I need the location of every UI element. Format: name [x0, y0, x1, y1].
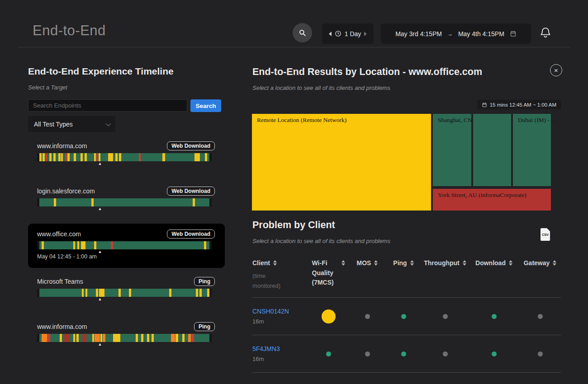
date-end: May 4th 4:15PM: [458, 30, 504, 37]
sort-down-icon: [553, 263, 556, 266]
test-type-badge: Ping: [194, 277, 215, 286]
bar-segment: [199, 289, 202, 297]
chevron-down-icon: [106, 121, 111, 126]
bar-segment: [53, 153, 56, 161]
timeline-bar-wrap: ▲: [37, 198, 212, 206]
sort-icon[interactable]: [553, 260, 556, 266]
client-link[interactable]: 5F4JMN3: [252, 345, 308, 352]
sort-icon[interactable]: [410, 260, 414, 266]
timeline-bar[interactable]: [37, 198, 212, 206]
table-row[interactable]: CNSH0142N16m: [252, 298, 561, 335]
timeline-bar[interactable]: [37, 334, 212, 342]
target-item[interactable]: Microsoft TeamsPing▲: [28, 271, 225, 316]
calendar-icon: [482, 102, 487, 108]
status-cell: [469, 314, 519, 319]
bar-segment: [139, 153, 141, 161]
treemap-cell[interactable]: Remote Location (Remote Network): [252, 114, 431, 211]
column-header-top[interactable]: Ping: [393, 258, 413, 268]
column-header-top[interactable]: Download: [475, 258, 512, 268]
timeline-bar-wrap: ▲: [37, 153, 212, 161]
search-submit-button[interactable]: Search: [190, 99, 221, 112]
table-row[interactable]: 5F4JMN316m: [252, 335, 561, 373]
bar-segment: [193, 198, 195, 206]
treemap-cell[interactable]: [473, 114, 511, 186]
test-type-badge: Web Download: [167, 187, 215, 196]
target-item[interactable]: www.informa.comPing▲: [28, 316, 225, 361]
sort-up-icon: [553, 260, 556, 262]
column-header-top[interactable]: Wi-Fi Quality (7MCS): [312, 258, 345, 288]
sort-icon[interactable]: [463, 260, 466, 266]
column-header-top[interactable]: Gateway: [524, 258, 557, 268]
sort-icon[interactable]: [509, 260, 512, 266]
bar-segment: [74, 153, 76, 161]
treemap-cell-label: [473, 114, 511, 119]
column-header-top[interactable]: Client: [252, 258, 277, 268]
close-button[interactable]: ×: [550, 64, 562, 76]
timeline-bar-wrap: ▲: [37, 289, 212, 297]
client-cell: 5F4JMN316m: [252, 345, 308, 362]
status-cell: [519, 314, 561, 319]
column-header[interactable]: Gateway: [519, 257, 561, 297]
search-endpoints-input[interactable]: [28, 99, 187, 112]
bar-endcap: [209, 198, 212, 206]
test-type-dropdown[interactable]: All Test Types: [28, 116, 115, 132]
column-header[interactable]: MOS: [349, 257, 385, 297]
column-header[interactable]: Throughput: [422, 257, 469, 297]
column-header[interactable]: Download: [469, 257, 519, 297]
next-period-icon[interactable]: [364, 32, 367, 36]
column-header[interactable]: Client(time monitored): [252, 257, 308, 297]
bar-endcap: [209, 334, 212, 342]
column-header[interactable]: Ping: [385, 257, 422, 297]
status-cell: [469, 351, 519, 356]
target-item[interactable]: login.salesforce.comWeb Download▲: [28, 181, 225, 226]
sort-down-icon: [509, 263, 512, 266]
bar-segment: [85, 289, 88, 297]
treemap-cell[interactable]: Dubai (IM) - ...: [513, 114, 551, 186]
treemap-cell[interactable]: Shanghai, CN ...: [433, 114, 471, 186]
target-item[interactable]: www.office.comWeb Download▲May 04 12:45 …: [28, 224, 225, 268]
table-body: CNSH0142N16m5F4JMN316m: [252, 298, 561, 373]
status-dot: [492, 314, 497, 319]
bar-segment: [136, 334, 138, 342]
column-header-label: MOS: [357, 258, 371, 268]
timeline-bar[interactable]: [37, 289, 212, 297]
sort-down-icon: [374, 263, 378, 266]
status-dot: [365, 351, 370, 356]
target-name: Microsoft Teams: [37, 278, 83, 285]
date-arrow: →: [447, 31, 453, 37]
sort-down-icon: [341, 263, 345, 266]
sort-up-icon: [341, 260, 345, 262]
sort-icon[interactable]: [273, 260, 277, 266]
export-csv-button[interactable]: CSV: [541, 228, 550, 241]
sort-up-icon: [273, 260, 277, 262]
timespan-selector[interactable]: 1 Day: [322, 23, 374, 44]
date-range-picker[interactable]: May 3rd 4:15PM → May 4th 4:15PM: [381, 23, 531, 44]
status-dot: [443, 351, 448, 356]
status-dot: [322, 309, 336, 323]
target-head: www.office.comWeb Download: [28, 224, 225, 238]
sort-icon[interactable]: [374, 260, 378, 266]
bar-segment: [205, 153, 207, 161]
bar-segment: [85, 153, 87, 161]
timeline-bar-wrap: ▲: [37, 241, 212, 249]
timeline-bar[interactable]: [37, 153, 212, 161]
sort-icon[interactable]: [341, 260, 345, 266]
column-header[interactable]: Wi-Fi Quality (7MCS): [308, 257, 349, 297]
search-button[interactable]: [293, 23, 312, 42]
column-header-label: Throughput: [424, 258, 460, 268]
column-header-top[interactable]: Throughput: [424, 258, 466, 268]
client-link[interactable]: CNSH0142N: [252, 308, 308, 315]
notifications-button[interactable]: [539, 25, 552, 40]
prev-period-icon[interactable]: [329, 32, 332, 36]
bar-segment: [81, 241, 86, 249]
target-item[interactable]: www.informa.comWeb Download▲: [28, 136, 225, 181]
treemap-cell[interactable]: York Street, AU (informaCorporate): [433, 189, 551, 211]
column-header-label: Gateway: [524, 258, 550, 268]
bar-segment: [115, 153, 118, 161]
target-head: www.informa.comWeb Download: [28, 136, 225, 150]
bar-segment: [196, 289, 198, 297]
timeline-bar[interactable]: [37, 241, 212, 249]
bar-endcap: [37, 198, 39, 206]
column-header-top[interactable]: MOS: [357, 258, 378, 268]
problem-table: Client(time monitored)Wi-Fi Quality (7MC…: [252, 257, 561, 373]
